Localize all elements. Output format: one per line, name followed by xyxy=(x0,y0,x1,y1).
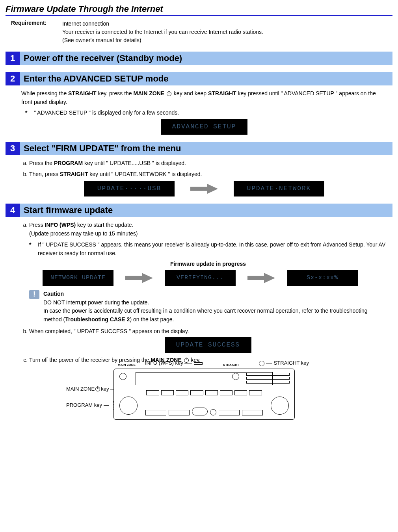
power-icon xyxy=(95,387,100,391)
key-name-program: PROGRAM xyxy=(54,160,83,166)
lcd-network-update: NETWORK UPDATE xyxy=(43,270,113,286)
step1-number: 1 xyxy=(6,52,20,65)
lcd-update-network: UPDATE·NETWORK xyxy=(234,181,324,196)
step3-item-b: Then, press STRAIGHT key until " UPDATE.… xyxy=(29,170,387,179)
step4-item-a: Press INFO (WPS) key to start the update… xyxy=(29,221,387,324)
caution-body: Caution DO NOT interrupt power during th… xyxy=(43,290,387,324)
panel-stack xyxy=(246,373,290,385)
text: Press xyxy=(29,222,45,228)
panel-knob-left xyxy=(119,397,138,415)
step2-body: While pressing the STRAIGHT key, press t… xyxy=(21,89,387,135)
panel-bottom-row xyxy=(145,404,263,415)
lcd-row: UPDATE SUCCESS xyxy=(29,337,387,353)
panel-label-straight: STRAIGHT xyxy=(223,363,239,367)
requirement-line1: Internet connection xyxy=(62,20,263,28)
lcd-row: ADVANCED SETUP xyxy=(21,119,387,135)
text: Then, press xyxy=(29,171,60,177)
step4-a-subtext: (Update process may take up to 15 minute… xyxy=(29,230,387,238)
step4-body: Press INFO (WPS) key to start the update… xyxy=(21,221,387,420)
requirement-line3: (See owner's manual for details) xyxy=(62,36,263,44)
requirement-label: Requirement: xyxy=(11,20,62,44)
text: key until " UPDATE.....USB " is displaye… xyxy=(83,160,186,166)
star-mark: * xyxy=(25,109,34,117)
key-name-mainzone: MAIN ZONE xyxy=(134,90,165,96)
receiver-diagram: INFO (WPS) key STRAIGHT key MAIN ZONEkey… xyxy=(66,369,342,420)
step3-number: 3 xyxy=(6,142,20,155)
step4-note-text: If " UPDATE SUCCESS " appears, this mean… xyxy=(38,241,387,258)
key-name-straight: STRAIGHT xyxy=(60,171,88,177)
caution-line2: In case the power is accidentally cut of… xyxy=(43,307,387,324)
step4-number: 4 xyxy=(6,204,20,217)
step4-list: Press INFO (WPS) key to start the update… xyxy=(21,221,387,365)
step3-body: Press the PROGRAM key until " UPDATE....… xyxy=(21,159,387,196)
lcd-percent: Sx-x:xx% xyxy=(287,270,358,286)
lcd-advanced-setup: ADVANCED SETUP xyxy=(161,119,247,135)
progress-caption: Firmware update in progress xyxy=(29,260,387,269)
step2-note-text: " ADVANCED SETUP " is displayed only for… xyxy=(34,109,179,117)
straight-key-shape xyxy=(259,361,264,366)
text: key to start the update. xyxy=(76,222,133,228)
text: When completed, " UPDATE SUCCESS " appea… xyxy=(29,328,189,334)
panel-button-row xyxy=(146,390,262,395)
step2-header: 2 Enter the ADVANCED SETUP mode xyxy=(6,72,392,85)
page-title: Firmware Update Through the Internet xyxy=(6,4,392,16)
caution-line1: DO NOT interrupt power during the update… xyxy=(43,298,387,307)
power-icon xyxy=(167,91,171,96)
step3-item-a: Press the PROGRAM key until " UPDATE....… xyxy=(29,159,387,168)
text: key until " UPDATE.NETWORK " is displaye… xyxy=(88,171,202,177)
panel-label-mainzone: MAIN ZONE xyxy=(118,363,136,367)
caution-block: ! Caution DO NOT interrupt power during … xyxy=(29,290,387,324)
callout-straight-key: STRAIGHT key xyxy=(259,359,309,367)
caution-icon: ! xyxy=(29,290,39,299)
step1-header: 1 Power off the receiver (Standby mode) xyxy=(6,52,392,65)
receiver-front-panel: MAIN ZONE STRAIGHT xyxy=(113,369,295,420)
step4-item-c: Turn off the power of the receiver by pr… xyxy=(29,356,387,365)
callout-label: PROGRAM key xyxy=(66,402,102,408)
step2-paragraph: While pressing the STRAIGHT key, press t… xyxy=(21,89,387,106)
requirement-line2: Your receiver is connected to the Intern… xyxy=(62,28,263,36)
text: Press the xyxy=(29,160,54,166)
step4-title: Start firmware update xyxy=(20,204,392,217)
text: While pressing the xyxy=(21,90,68,96)
callout-label: INFO (WPS) key xyxy=(145,360,183,366)
text: key, press the xyxy=(97,90,134,96)
step3-title: Select "FIRM UPDATE" from the menu xyxy=(20,142,392,155)
lcd-verifying: VERIFYING... xyxy=(165,270,236,286)
panel-power-button xyxy=(119,373,126,380)
step3-list: Press the PROGRAM key until " UPDATE....… xyxy=(21,159,387,178)
arrow-icon xyxy=(190,184,218,194)
step2-note: * " ADVANCED SETUP " is displayed only f… xyxy=(25,109,387,117)
info-key-shape xyxy=(194,362,203,365)
step3-header: 3 Select "FIRM UPDATE" from the menu xyxy=(6,142,392,155)
lcd-row: UPDATE·····USB UPDATE·NETWORK xyxy=(21,181,387,196)
caution-title: Caution xyxy=(43,290,387,298)
text: ) on the last page. xyxy=(130,316,174,323)
requirement-row: Requirement: Internet connection Your re… xyxy=(11,20,392,44)
arrow-icon xyxy=(247,273,275,283)
step4-header: 4 Start firmware update xyxy=(6,204,392,217)
step2-number: 2 xyxy=(6,72,20,85)
text: Turn off the power of the receiver by pr… xyxy=(29,357,151,363)
callout-info-key: INFO (WPS) key xyxy=(145,359,203,367)
text: key and keep xyxy=(172,90,208,96)
requirement-body: Internet connection Your receiver is con… xyxy=(62,20,263,44)
lcd-progress-row: NETWORK UPDATE VERIFYING... Sx-x:xx% xyxy=(13,270,387,286)
callout-label: STRAIGHT key xyxy=(274,360,309,366)
key-name-info: INFO (WPS) xyxy=(45,222,76,228)
step4-note: * If " UPDATE SUCCESS " appears, this me… xyxy=(29,241,387,258)
text-troubleshooting-ref: Troubleshooting CASE 2 xyxy=(65,316,130,323)
star-mark: * xyxy=(29,241,38,258)
callout-label-suffix: key xyxy=(101,386,109,392)
arrow-icon xyxy=(125,273,153,283)
key-name-straight: STRAIGHT xyxy=(68,90,97,96)
lcd-update-usb: UPDATE·····USB xyxy=(84,181,175,196)
panel-knob-right xyxy=(271,397,289,415)
key-name-straight: STRAIGHT xyxy=(208,90,236,96)
step2-title: Enter the ADVANCED SETUP mode xyxy=(20,72,392,85)
step4-item-b: When completed, " UPDATE SUCCESS " appea… xyxy=(29,327,387,353)
step1-title: Power off the receiver (Standby mode) xyxy=(20,52,392,65)
callout-label: MAIN ZONE xyxy=(66,386,95,392)
lcd-update-success: UPDATE SUCCESS xyxy=(165,337,251,353)
